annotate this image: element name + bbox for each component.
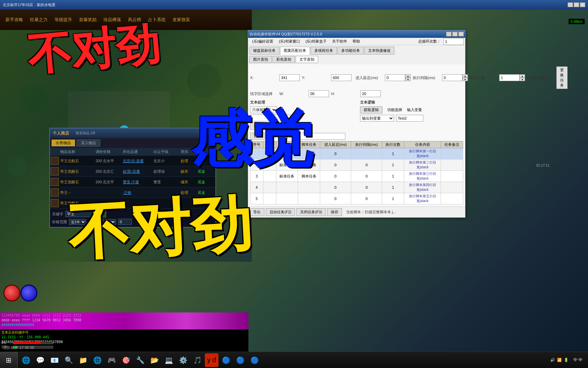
- debug-button[interactable]: 调试: [250, 133, 265, 140]
- save-button[interactable]: 保存: [327, 208, 342, 216]
- tab-pattern[interactable]: 图案匹配任务: [280, 47, 310, 55]
- search-button[interactable]: 搜索: [95, 211, 106, 217]
- item-op[interactable]: 买走: [198, 169, 215, 174]
- exec-count-down[interactable]: ▼: [520, 78, 525, 81]
- taskbar-icon-media[interactable]: 🎵: [191, 353, 204, 367]
- table-row[interactable]: 0 1 执行脚本第一行目复jstack: [250, 148, 463, 159]
- taskbar-icon-search[interactable]: 🔍: [62, 353, 76, 367]
- tab-keyboard[interactable]: 键盘鼠标任务: [249, 47, 279, 55]
- taskbar-icon-browser[interactable]: 🌐: [91, 353, 104, 367]
- min-button[interactable]: _: [568, 2, 573, 7]
- taskbar-icon-files[interactable]: 📂: [148, 353, 161, 367]
- nav-item-fury[interactable]: 狂暴之力: [27, 15, 50, 24]
- item-loc[interactable]: 北京/北·选通: [123, 158, 153, 164]
- nav-item-level[interactable]: 等级提升: [52, 15, 75, 24]
- nav-item-wealth[interactable]: 发家致富: [170, 15, 193, 24]
- max-button[interactable]: □: [574, 2, 579, 7]
- svg-point-3: [20, 85, 48, 112]
- item-op[interactable]: 买走: [198, 190, 215, 195]
- taskbar-icon-network[interactable]: 🌐: [19, 353, 33, 367]
- taskbar-icon-game1[interactable]: 🎮: [105, 353, 118, 367]
- subtab-color[interactable]: 彩色直拍: [273, 56, 295, 63]
- get-text-button[interactable]: 获取到文本: [250, 123, 276, 130]
- nav-item-rare[interactable]: 珍品稀落: [101, 15, 124, 24]
- nav-item-ranking[interactable]: 风云榜: [125, 15, 144, 24]
- table-row: 帝王觉醒石: [50, 198, 215, 209]
- table-row[interactable]: 4 0 0 1 执行脚本第四行目复jstack: [250, 182, 463, 193]
- menu-neighbor-window[interactable]: (乐)邻家窗口: [276, 38, 303, 45]
- exec-count-up[interactable]: ▲: [520, 74, 525, 78]
- menu-help[interactable]: 帮助: [350, 38, 363, 45]
- item-op[interactable]: 买走: [198, 158, 215, 164]
- var-name-input[interactable]: [396, 115, 423, 122]
- table-row[interactable]: 2 2 标准任务 脚本任务 0 0 1 执行脚本第二行目复jstack: [250, 159, 463, 171]
- auto-close-button[interactable]: ×: [458, 32, 464, 36]
- item-loc[interactable]: ·之铁: [123, 190, 153, 195]
- get-logic-button[interactable]: 获取逻辑: [360, 106, 382, 113]
- taskbar-icon-mail[interactable]: 📧: [48, 353, 61, 367]
- item-op[interactable]: 买走: [198, 180, 215, 185]
- w-input[interactable]: [309, 90, 329, 97]
- func-output-select[interactable]: 输出到变量: [360, 115, 394, 122]
- taskbar-icon-app1[interactable]: y d: [205, 353, 218, 367]
- taskbar-icon-settings[interactable]: ⚙️: [176, 353, 190, 367]
- range-input[interactable]: [118, 219, 132, 225]
- taskbar-icon-app4[interactable]: 🔵: [248, 353, 261, 367]
- delay-in-up[interactable]: ▲: [405, 74, 411, 78]
- start-task-button[interactable]: 启动任务(F2): [266, 208, 295, 216]
- stop-task-button[interactable]: 关闭任务(F3): [296, 208, 326, 216]
- update-task-button[interactable]: 更换任务: [556, 66, 568, 89]
- exec-count-input[interactable]: [499, 74, 520, 81]
- export-button[interactable]: 导出: [249, 208, 264, 216]
- table-row[interactable]: 5 0 0 1 执行脚本第五行目复jstack: [250, 193, 463, 204]
- exec-interval-down[interactable]: ▼: [462, 78, 468, 81]
- range-select[interactable]: 近1年: [69, 219, 86, 225]
- menu-preferences[interactable]: (乐)偏好设置: [249, 38, 276, 45]
- auto-body: X: Y: 进入延迟(ms) ▲ ▼ 执行间隔(ms) ▲ ▼ 执: [248, 64, 465, 206]
- item-loc[interactable]: 警里·汗通: [123, 180, 153, 185]
- taskbar-clock[interactable]: 中 中: [571, 357, 585, 363]
- auto-max-button[interactable]: □: [452, 32, 458, 36]
- search-input[interactable]: [65, 211, 93, 217]
- nav-item-guide[interactable]: 新手攻略: [3, 15, 26, 24]
- exec-interval-up[interactable]: ▲: [462, 74, 468, 78]
- subtab-text[interactable]: 文字直拍: [296, 56, 318, 63]
- taskbar-icon-computer[interactable]: 💻: [162, 353, 176, 367]
- close-button[interactable]: ×: [580, 2, 585, 7]
- func-select[interactable]: 输出到变量: [285, 123, 312, 130]
- taskbar-icon-tools[interactable]: 🔧: [133, 353, 147, 367]
- tab-multifunc[interactable]: 多功能任务: [338, 47, 364, 55]
- x-input[interactable]: [279, 74, 300, 81]
- y-input[interactable]: [331, 74, 352, 81]
- tab-text-edit[interactable]: 文本快捷修改: [364, 47, 394, 55]
- table-row[interactable]: 3 标准任务 脚本任务 0 0 1 执行脚本第三行目复jstack: [250, 171, 463, 182]
- menu-neighbor-box[interactable]: (乐)邻家盒子: [303, 38, 329, 45]
- nav-item-divination[interactable]: 占卜系统: [145, 15, 168, 24]
- taskbar-icon-app2[interactable]: 🔵: [219, 353, 233, 367]
- h-input[interactable]: [360, 90, 381, 97]
- nav-item-reward[interactable]: 首爆奖励: [76, 15, 99, 24]
- store-tab-sell[interactable]: 出售物品: [51, 139, 75, 147]
- outer-titlebar: 北京标开17年01区 - 新的水电置 _ □ ×: [0, 0, 588, 10]
- sort-select[interactable]: 按价格: [98, 219, 116, 225]
- store-tab-buy[interactable]: 买入物品: [77, 139, 100, 147]
- delay-in-down[interactable]: ▼: [405, 78, 411, 81]
- delay-in-input[interactable]: [385, 74, 405, 81]
- start-button[interactable]: ⊞: [0, 352, 18, 368]
- exec-interval-input[interactable]: [442, 74, 462, 81]
- subtab-direct[interactable]: 图片直拍: [249, 56, 272, 63]
- taskbar-icon-folder[interactable]: 📁: [76, 353, 90, 367]
- taskbar-icon-chat[interactable]: 💬: [33, 353, 47, 367]
- menu-about[interactable]: 关于软件: [329, 38, 350, 45]
- loop-input[interactable]: [443, 38, 464, 45]
- item-loc[interactable]: 处理/·店通: [123, 169, 153, 174]
- text-input-field[interactable]: [250, 114, 291, 121]
- taskbar-icon-game2[interactable]: 🎯: [119, 353, 133, 367]
- only-nums-select[interactable]: 只保留数字: [250, 106, 277, 113]
- text-proc-header: 文本处理: [250, 98, 353, 106]
- save-path-input[interactable]: [294, 133, 345, 140]
- taskbar-icon-app3[interactable]: 🔵: [233, 353, 247, 367]
- tab-multithread[interactable]: 多线程任务: [311, 47, 337, 55]
- store-subtitle: 陈安排品 1/8: [76, 131, 95, 136]
- auto-min-button[interactable]: _: [446, 32, 452, 36]
